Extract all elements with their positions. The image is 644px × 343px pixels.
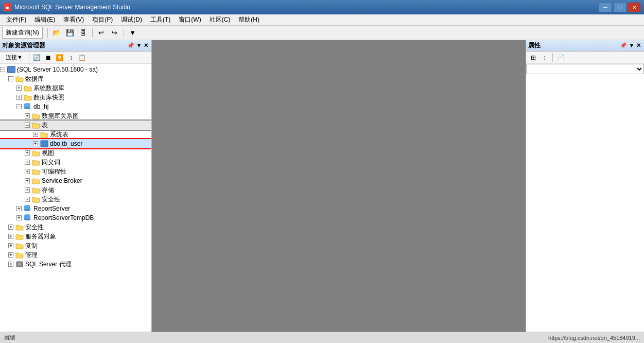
tree-item-server-objects[interactable]: +服务器对象 — [0, 232, 151, 241]
tree-item-label-root: (SQL Server 10.50.1600 - sa) — [17, 66, 98, 73]
tree-item-db-rel[interactable]: +数据库关系图 — [0, 111, 151, 121]
maximize-button[interactable]: □ — [613, 2, 626, 12]
properties-button[interactable]: 📋 — [77, 53, 88, 62]
menu-item-帮助(H)[interactable]: 帮助(H) — [234, 14, 264, 25]
panel-arrow-button[interactable]: ▾ — [137, 42, 141, 49]
table-icon — [40, 140, 48, 147]
tree-item-label-db-snapshot: 数据库快照 — [33, 93, 64, 102]
tree-item-root[interactable]: ─(SQL Server 10.50.1600 - sa) — [0, 65, 151, 74]
tree-item-db-snapshot[interactable]: +数据库快照 — [0, 93, 151, 102]
tree-item-label-synonyms: 同义词 — [42, 158, 60, 167]
tree-item-tables[interactable]: ─表 — [0, 121, 151, 130]
panel-close-button[interactable]: ✕ — [143, 42, 149, 49]
menu-bar: 文件(F)编辑(E)查看(V)项目(P)调试(D)工具(T)窗口(W)社区(C)… — [0, 14, 644, 26]
menu-item-编辑(E)[interactable]: 编辑(E) — [30, 14, 59, 25]
properties-dropdown[interactable] — [526, 64, 644, 74]
minimize-button[interactable]: ─ — [599, 2, 612, 12]
refresh-button[interactable]: 🔄 — [32, 53, 42, 62]
prop-alpha-button[interactable]: ↕ — [539, 53, 550, 62]
tree-item-databases[interactable]: ─数据库 — [0, 74, 151, 83]
title-bar: ■ Microsoft SQL Server Management Studio… — [0, 0, 644, 14]
tree-item-report-server-temp[interactable]: +ReportServerTempDB — [0, 213, 151, 222]
tree-item-label-views: 视图 — [42, 149, 54, 158]
tree-item-sys-tables[interactable]: +系统表 — [0, 130, 151, 139]
folder-icon — [32, 113, 40, 119]
tree-item-label-databases: 数据库 — [25, 75, 44, 83]
open-button[interactable]: 📂 — [50, 27, 63, 39]
tree-item-dbo-tb-user[interactable]: +dbo.tb_user — [0, 139, 151, 148]
save-button[interactable]: 💾 — [64, 27, 76, 39]
window-controls: ─ □ ✕ — [599, 2, 641, 12]
filter-button[interactable]: 🔽 — [55, 53, 65, 62]
menu-item-项目(P)[interactable]: 项目(P) — [88, 14, 117, 25]
tree-item-label-db-hj: db_hj — [33, 103, 48, 110]
tree-container[interactable]: ─(SQL Server 10.50.1600 - sa)─数据库+系统数据库+… — [0, 64, 151, 332]
toolbar: 新建查询(N) 📂 💾 🗄 ↩ ↪ ▼ — [0, 26, 644, 40]
menu-item-文件(F)[interactable]: 文件(F) — [2, 14, 30, 25]
folder-icon — [32, 150, 40, 157]
folder-icon — [24, 85, 32, 92]
object-explorer-panel: 对象资源管理器 📌 ▾ ✕ 连接▼ 🔄 ⏹ 🔽 ↕ 📋 ─(SQL Server… — [0, 40, 152, 332]
prop-pin-button[interactable]: 📌 — [619, 42, 628, 49]
tree-item-storage[interactable]: +存储 — [0, 185, 151, 195]
menu-item-社区(C)[interactable]: 社区(C) — [205, 14, 235, 25]
tree-item-label-sql-agent: SQL Server 代理 — [25, 260, 72, 269]
svg-point-9 — [24, 209, 30, 211]
svg-point-14 — [18, 263, 21, 266]
tree-item-label-security-root: 安全性 — [25, 223, 44, 232]
toolbar-separator-3 — [124, 28, 124, 38]
properties-toolbar: ⊞ ↕ 📄 — [526, 52, 644, 64]
new-query-button[interactable]: 新建查询(N) — [2, 27, 43, 39]
undo-button[interactable]: ↩ — [95, 27, 108, 39]
stop-button[interactable]: ⏹ — [43, 53, 54, 62]
connect-button[interactable]: 连接▼ — [2, 52, 26, 63]
down-arrow-button[interactable]: ▼ — [127, 27, 139, 39]
folder-icon — [32, 168, 40, 175]
tree-item-label-report-server: ReportServer — [33, 205, 70, 212]
object-explorer-title: 对象资源管理器 — [2, 41, 124, 50]
properties-panel: 属性 📌 ▾ ✕ ⊞ ↕ 📄 — [526, 40, 644, 332]
folder-icon — [32, 159, 40, 166]
save-all-button[interactable]: 🗄 — [77, 27, 90, 39]
prop-sep-1 — [552, 53, 553, 62]
prop-close-button[interactable]: ✕ — [635, 42, 642, 49]
tree-item-db-hj[interactable]: ─db_hj — [0, 102, 151, 111]
tree-item-management[interactable]: +管理 — [0, 250, 151, 260]
properties-title: 属性 — [528, 41, 617, 50]
close-button[interactable]: ✕ — [628, 2, 641, 12]
tree-item-label-sys-db: 系统数据库 — [33, 84, 64, 93]
menu-item-查看(V)[interactable]: 查看(V) — [59, 14, 88, 25]
menu-item-窗口(W)[interactable]: 窗口(W) — [175, 14, 205, 25]
tree-item-sys-db[interactable]: +系统数据库 — [0, 83, 151, 93]
properties-content — [526, 74, 644, 332]
sync-button[interactable]: ↕ — [66, 53, 76, 62]
folder-icon — [32, 196, 40, 203]
db-icon — [24, 205, 32, 212]
prop-categorized-button[interactable]: ⊞ — [528, 53, 538, 62]
svg-rect-3 — [41, 141, 48, 147]
tree-item-sql-agent[interactable]: +SQL Server 代理 — [0, 260, 151, 269]
menu-item-调试(D)[interactable]: 调试(D) — [117, 14, 146, 25]
tree-item-label-sys-tables: 系统表 — [50, 130, 68, 139]
tree-item-report-server[interactable]: +ReportServer — [0, 204, 151, 213]
tree-item-views[interactable]: +视图 — [0, 148, 151, 158]
tree-item-programmability[interactable]: +可编程性 — [0, 167, 151, 176]
menu-item-工具(T)[interactable]: 工具(T) — [146, 14, 175, 25]
prop-pages-button[interactable]: 📄 — [555, 53, 566, 62]
agent-icon — [15, 261, 24, 268]
tree-item-security-root[interactable]: +安全性 — [0, 222, 151, 232]
tree-item-service-broker[interactable]: +Service Broker — [0, 176, 151, 185]
svg-point-2 — [24, 107, 30, 109]
folder-icon — [15, 233, 24, 240]
exp-sep-1 — [29, 53, 29, 62]
folder-icon — [15, 252, 24, 259]
tree-item-replication[interactable]: +复制 — [0, 241, 151, 250]
pin-button[interactable]: 📌 — [126, 42, 135, 49]
tree-item-label-security: 安全性 — [42, 195, 60, 204]
folder-icon — [32, 178, 40, 184]
tree-item-security[interactable]: +安全性 — [0, 195, 151, 204]
toolbar-separator-1 — [47, 28, 48, 38]
tree-item-synonyms[interactable]: +同义词 — [0, 158, 151, 167]
redo-button[interactable]: ↪ — [109, 27, 121, 39]
prop-arrow-button[interactable]: ▾ — [630, 42, 633, 49]
